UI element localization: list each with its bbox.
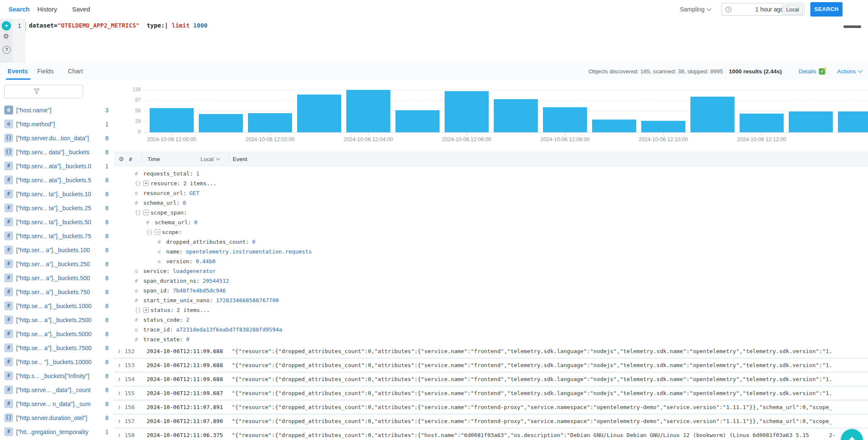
histogram-bar[interactable] (641, 121, 685, 132)
nav-tab-search[interactable]: Search (8, 0, 30, 19)
sidebar-field-item[interactable]: #["http.se... a"]._buckets.25008 (0, 313, 114, 327)
event-row[interactable]: ❯1522024-10-06T12:11:09.688"{"resource":… (114, 345, 868, 357)
tree-key: requests_total: (143, 170, 193, 177)
tree-row: {}−scope: (114, 227, 868, 237)
event-row[interactable]: ❯1562024-10-06T12:11:07.891"{"resource":… (114, 401, 868, 413)
field-count: 8 (105, 257, 108, 271)
sidebar-field-item[interactable]: #["http.s... _buckets["Infinity"]8 (0, 369, 114, 383)
chevron-right-icon[interactable]: ❯ (118, 362, 125, 368)
chevron-right-icon[interactable]: ❯ (118, 404, 125, 410)
histogram-bar[interactable] (248, 113, 292, 132)
chevron-right-icon[interactable]: ❯ (118, 418, 125, 424)
sidebar-field-item[interactable]: #["http.serve... n_data"]._sum8 (0, 397, 114, 411)
field-count: 1 (105, 159, 108, 173)
sidebar-field-item[interactable]: #["http.serv... ata"]._buckets.01 (0, 159, 114, 173)
histogram-bar[interactable] (199, 114, 243, 132)
time-zone-dropdown[interactable]: Local (200, 152, 220, 166)
event-row[interactable]: ❯1532024-10-06T12:11:09.688"{"resource":… (114, 359, 868, 371)
sidebar-field-item[interactable]: α["host.name"]3 (0, 103, 114, 117)
chevron-right-icon[interactable]: ❯ (118, 432, 125, 438)
histogram-bar[interactable] (150, 108, 194, 132)
collapse-icon[interactable]: − (143, 210, 149, 215)
tab-events[interactable]: Events (8, 63, 28, 80)
query-text[interactable]: dataset="OTELDEMO_APP2_METRICS" type:| l… (29, 22, 208, 29)
tree-value: 0 (183, 200, 186, 206)
event-rows: ❯1522024-10-06T12:11:09.688"{"resource":… (114, 345, 868, 440)
histogram-bar[interactable] (346, 90, 390, 132)
tree-row: αresource_url:GET (114, 188, 868, 198)
histogram-bar[interactable] (297, 95, 341, 132)
event-row[interactable]: ❯1542024-10-06T12:11:09.688"{"resource":… (114, 373, 868, 385)
sidebar-field-item[interactable]: {}["http.server.duration_otel"]8 (0, 411, 114, 425)
field-label: ["http.serv... ta"]._buckets.50 (16, 215, 91, 229)
query-editor[interactable]: ✦ ⚙ ? 1 dataset="OTELDEMO_APP2_METRICS" … (0, 19, 868, 63)
column-event: Event (233, 152, 248, 166)
timezone-button[interactable]: Local (782, 5, 803, 15)
field-label: ["http.ser... a"]._buckets.250 (16, 257, 90, 271)
sidebar-field-item[interactable]: #["http.se... a"]._buckets.75008 (0, 341, 114, 355)
table-settings-button[interactable]: ⚙ (119, 156, 124, 162)
sidebar-field-item[interactable]: #["http.ser... a"]._buckets.7508 (0, 285, 114, 299)
field-type-icon: # (135, 317, 142, 323)
sidebar-field-item[interactable]: #["http.se... "]._buckets.100008 (0, 355, 114, 369)
chevron-right-icon[interactable]: ❯ (118, 390, 125, 396)
histogram-bar[interactable] (494, 99, 538, 132)
expand-icon[interactable]: + (143, 181, 149, 186)
histogram-bar[interactable] (592, 120, 636, 132)
tree-row: #start_time_unix_nano:172823466858876770… (114, 295, 868, 305)
ai-sparkle-button[interactable]: ✦ (2, 21, 11, 31)
tree-value: 2 items... (177, 307, 210, 313)
field-label: ["http.serv... data"]._buckets (16, 145, 89, 159)
field-count: 8 (105, 341, 108, 355)
chart-gridline (144, 90, 868, 90)
field-filter-input[interactable] (4, 85, 83, 98)
sidebar-field-item[interactable]: #["http.se... a"]._buckets.10008 (0, 299, 114, 313)
details-link[interactable]: Details ✓⚡ (798, 68, 825, 75)
histogram-bar[interactable] (445, 91, 489, 132)
tree-key: resource: (150, 180, 180, 187)
expand-icon[interactable]: + (143, 307, 149, 313)
event-row[interactable]: ❯1572024-10-06T12:11:07.890"{"resource":… (114, 415, 868, 427)
tab-chart[interactable]: Chart (68, 63, 83, 80)
chevron-right-icon[interactable]: ❯ (118, 376, 125, 382)
editor-help-button[interactable]: ? (3, 46, 11, 54)
nav-tab-history[interactable]: History (37, 0, 57, 19)
sampling-dropdown[interactable]: Sampling (680, 0, 711, 19)
time-range-input[interactable]: 1 hour ago Local (721, 3, 804, 16)
sidebar-field-item[interactable]: #["http.ser... a"]._buckets.5008 (0, 271, 114, 285)
sidebar-field-item[interactable]: α["http.method"]1 (0, 117, 114, 131)
sidebar-field-item[interactable]: #["htt...gregation_temporality1 (0, 425, 114, 439)
histogram-bar[interactable] (543, 107, 587, 132)
sidebar-field-item[interactable]: #["http.serv... ta"]._buckets.108 (0, 187, 114, 201)
event-row[interactable]: ❯1552024-10-06T12:11:09.687"{"resource":… (114, 387, 868, 399)
sidebar-field-item[interactable]: #["http.serv... ta"]._buckets.508 (0, 215, 114, 229)
field-count: 8 (105, 229, 108, 243)
editor-settings-button[interactable]: ⚙ (3, 32, 9, 40)
search-button[interactable]: SEARCH (810, 2, 843, 17)
collapse-icon[interactable]: − (155, 229, 160, 235)
chevron-right-icon[interactable]: ❯ (118, 348, 125, 354)
editor-scrollbar-thumb[interactable] (843, 25, 861, 28)
sidebar-field-item[interactable]: #["http.serv... ata"]._buckets.58 (0, 173, 114, 187)
sidebar-field-item[interactable]: #["http.ser... a"]._buckets.1008 (0, 243, 114, 257)
tree-key: start_time_unix_nano: (143, 297, 213, 304)
sidebar-field-item[interactable]: {}["http.server.du...tion_data"]8 (0, 131, 114, 145)
sidebar-field-item[interactable]: {}["http.serv... data"]._buckets8 (0, 145, 114, 159)
histogram-bar[interactable] (690, 97, 734, 132)
actions-dropdown[interactable]: Actions (837, 68, 862, 75)
tree-value: 1 (196, 170, 199, 177)
sidebar-field-item[interactable]: #["http.se... a"]._buckets.50008 (0, 327, 114, 341)
histogram-bar[interactable] (740, 114, 784, 132)
histogram-bar[interactable] (789, 111, 833, 132)
nav-tab-saved[interactable]: Saved (72, 0, 90, 19)
histogram-bar[interactable] (395, 110, 440, 132)
sidebar-field-item[interactable]: #["http.serv... ta"]._buckets.758 (0, 229, 114, 243)
tree-key: status_code: (143, 317, 183, 323)
tree-row: #status_code:2 (114, 315, 868, 325)
sidebar-field-item[interactable]: #["http.ser... a"]._buckets.2508 (0, 257, 114, 271)
tab-fields[interactable]: Fields (37, 63, 54, 80)
sidebar-field-item[interactable]: #["http.serv... ta"]._buckets.258 (0, 201, 114, 215)
sidebar-field-item[interactable]: #["http.serve... _data"]._count8 (0, 383, 114, 397)
event-row[interactable]: ❯1582024-10-06T12:11:06.375"{"resource":… (114, 429, 868, 440)
histogram-bar[interactable] (838, 111, 868, 132)
